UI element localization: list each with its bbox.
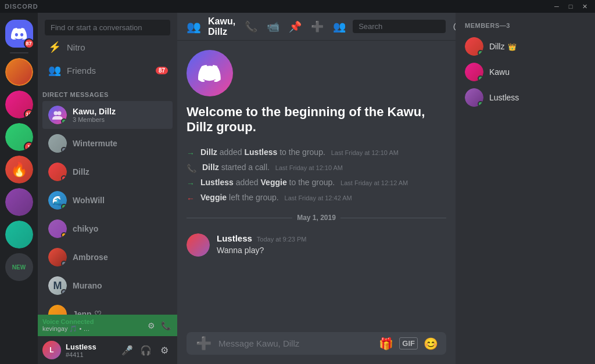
dm-item-name-kawu: Kawu, Dillz [73,107,167,116]
chat-message-input[interactable] [218,332,373,355]
dm-item-wintermute[interactable]: Wintermute [42,129,173,157]
chat-input-box: ➕ 🎁 GIF 😊 [187,332,446,355]
chat-header: 👥 Kawu, Dillz 📞 📹 📌 ➕ 👥 @ ❓ [177,13,456,41]
timestamp-4: Last Friday at 12:42 AM [285,194,352,201]
dm-item-kawu-dillz[interactable]: Kawu, Dillz 3 Members [42,101,173,129]
veggie-name-1: Veggie [261,178,287,187]
call-button[interactable]: 📞 [242,18,260,35]
server-icon-5[interactable] [5,188,33,216]
add-member-button[interactable]: ➕ [309,18,326,35]
member-item-dillz[interactable]: Dillz 👑 [460,34,590,59]
voice-controls: ⚙ 📞 [146,319,173,332]
dm-item-chikyo[interactable]: chikyo [42,215,173,243]
dm-item-avatar-ambrose [48,248,67,266]
chat-search-input[interactable] [353,20,446,33]
server-icon-new[interactable]: NEW [5,253,33,281]
dm-item-name-jenn: Jenn ♡ [73,309,167,315]
chat-title: Kawu, Dillz [208,16,235,37]
chat-input-area: ➕ 🎁 GIF 😊 [177,332,456,364]
dm-item-avatar-chikyo [48,219,67,238]
message-content-1: Lustless Today at 9:23 PM Wanna play? [217,233,446,257]
server-icon-6[interactable] [5,221,33,248]
dm-section-label: DIRECT MESSAGES [38,82,177,100]
user-settings-button[interactable]: ⚙ [156,342,173,358]
message-header-1: Lustless Today at 9:23 PM [217,233,446,243]
voice-disconnect-button[interactable]: 📞 [159,319,173,332]
member-name-lustless: Lustless [489,93,519,102]
dm-item-wohwill[interactable]: 🌊 WohWill [42,186,173,214]
mute-button[interactable]: 🎤 [119,342,135,358]
dm-item-info-chikyo: chikyo [73,224,167,233]
add-attachment-button[interactable]: ➕ [193,334,214,354]
voice-channel-name: kevingay 🎵 • … [42,325,89,333]
dm-item-avatar-kawu-dillz [48,106,67,124]
dm-item-jenn[interactable]: Jenn ♡ [42,300,173,315]
dm-item-avatar-dillz [48,163,67,181]
date-divider: May 1, 2019 [187,214,446,222]
chat-welcome: Welcome to the beginning of the Kawu, Di… [187,50,446,144]
member-list-button[interactable]: 👥 [331,18,348,35]
dm-item-name-murano: Murano [73,281,167,290]
gif-button[interactable]: GIF [399,337,418,349]
minimize-button[interactable]: ─ [551,2,562,11]
pin-button[interactable]: 📌 [286,18,304,35]
nav-item-friends[interactable]: 👥 Friends 87 [42,59,173,81]
main-layout: 87 19 1 🔥 [0,13,595,364]
member-avatar-dillz [465,37,483,56]
server-icon-1[interactable] [5,58,33,86]
emoji-button[interactable]: 😊 [422,336,439,352]
nav-item-nitro[interactable]: ⚡ Nitro [42,36,173,58]
timestamp-2: Last Friday at 12:10 AM [275,164,343,171]
server-icon-2[interactable]: 19 [5,91,33,118]
member-avatar-kawu [465,63,483,81]
status-dot-kawu [61,118,67,124]
chat-area: 👥 Kawu, Dillz 📞 📹 📌 ➕ 👥 @ ❓ [177,13,456,364]
dm-item-avatar-murano: M [48,276,67,295]
user-controls: 🎤 🎧 ⚙ [119,342,173,358]
home-badge: 87 [24,38,34,49]
dm-list: Kawu, Dillz 3 Members Wintermute [38,100,177,315]
dm-item-avatar-jenn [48,305,67,315]
system-msg-3: → Lustless added Veggie to the group. La… [187,176,446,189]
member-status-kawu [478,75,483,81]
dm-sidebar: ⚡ Nitro 👥 Friends 87 DIRECT MESSAGES [38,13,177,364]
dm-item-ambrose[interactable]: Ambrose [42,243,173,271]
user-avatar: L [42,341,61,359]
voice-status: Voice Connected [42,318,146,325]
member-status-dillz [478,50,483,56]
video-button[interactable]: 📹 [264,18,282,35]
deafen-button[interactable]: 🎧 [138,342,154,358]
dm-item-info-dillz: Dillz [73,167,167,176]
nitro-label: Nitro [67,42,85,52]
dm-search-input[interactable] [45,20,170,35]
close-button[interactable]: ✕ [579,2,590,11]
friends-badge: 87 [156,67,168,74]
dm-item-info-jenn: Jenn ♡ [73,309,167,315]
voice-settings-button[interactable]: ⚙ [146,319,157,332]
member-item-lustless[interactable]: Lustless [460,85,590,110]
leave-icon: ← [187,194,195,203]
server-divider [10,52,28,53]
new-label: NEW [12,264,26,271]
voice-connected-banner: Voice Connected kevingay 🎵 • … ⚙ 📞 [38,315,177,336]
status-dot-chikyo [61,232,67,238]
status-dot-wohwill [61,204,67,210]
dm-item-dillz[interactable]: Dillz [42,158,173,186]
dm-item-info-murano: Murano [73,281,167,290]
server-icon-4[interactable]: 🔥 [5,156,33,183]
dm-item-avatar-wohwill: 🌊 [48,191,67,210]
member-item-kawu[interactable]: Kawu [460,59,590,85]
dm-item-murano[interactable]: M Murano [42,272,173,300]
gift-button[interactable]: 🎁 [378,336,395,352]
chat-input-actions: 🎁 GIF 😊 [378,336,439,352]
date-text: May 1, 2019 [297,214,336,222]
server-icon-home[interactable]: 87 [5,20,33,48]
maximize-button[interactable]: □ [565,2,576,11]
members-header: MEMBERS—3 [460,22,590,34]
veggie-name-2: Veggie [200,193,227,202]
system-msg-2: 📞 Dillz started a call. Last Friday at 1… [187,161,446,174]
join-icon-1: → [187,149,195,158]
server-icon-3[interactable]: 1 [5,123,33,151]
lustless-name-2: Lustless [200,178,234,187]
members-sidebar: MEMBERS—3 Dillz 👑 Kawu [456,13,595,364]
